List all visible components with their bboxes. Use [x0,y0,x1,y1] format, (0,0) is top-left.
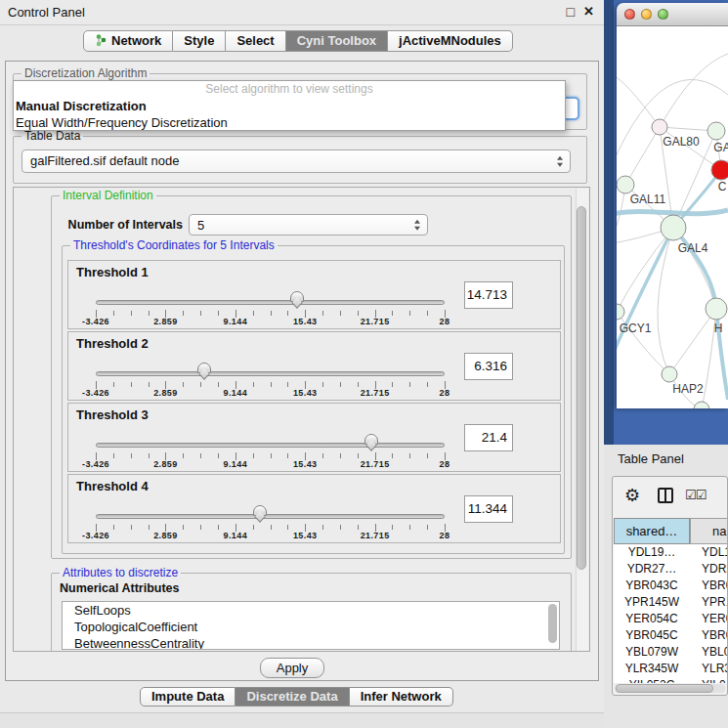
tick-mark [358,525,359,530]
tick-mark [218,311,219,316]
tick-mark [340,453,341,458]
network-node[interactable] [617,304,624,320]
tick-mark [358,311,359,316]
tick-label: 28 [440,459,450,469]
bottom-tab-infer-network[interactable]: Infer Network [350,687,453,707]
select-columns-checkbox-icons[interactable]: ☑☑ [685,488,706,502]
threshold-label: Threshold 4 [76,479,149,493]
algorithm-option-manual-discretization[interactable]: Manual Discretization [14,98,565,114]
network-canvas[interactable]: GAL80GACGAL11GAL4GCY1HHAP2 [617,26,728,408]
attribute-item-betweennesscentrality[interactable]: BetweennessCentrality [63,635,559,650]
threshold-value-field[interactable]: 21.4 [464,424,513,451]
tab-network[interactable]: Network [83,30,173,52]
attribute-item-topologicalcoefficient[interactable]: TopologicalCoefficient [63,619,559,635]
column-header-name[interactable]: na [690,518,728,544]
table-row[interactable]: YIL052CYIL0 [614,677,728,683]
tick-label: 21.715 [361,317,390,326]
float-window-icon[interactable]: □ [567,4,575,20]
network-node[interactable] [711,160,728,180]
tick-mark [271,311,272,316]
tick-mark [131,453,132,458]
threshold-slider-track[interactable] [96,300,445,305]
tick-mark [218,382,219,387]
threshold-label: Threshold 3 [76,407,149,422]
tick-label: -3.426 [82,317,109,326]
tick-mark [218,453,219,458]
table-data-combobox[interactable]: galFiltered.sif default node [21,150,571,173]
minimize-traffic-light-icon[interactable] [641,9,652,20]
node-label: GCY1 [620,321,652,335]
scrollbar-thumb[interactable] [577,206,586,570]
threshold-slider-track[interactable] [96,371,445,376]
close-traffic-light-icon[interactable] [624,9,635,20]
group-title-interval-definition: Interval Definition [60,189,156,202]
threshold-slider-track[interactable] [96,443,445,448]
network-node[interactable] [707,122,725,140]
network-node[interactable] [694,402,709,408]
node-label: GAL80 [663,135,700,149]
threshold-slider-thumb[interactable] [364,434,378,445]
table-row[interactable]: YDR27…YDR2 [614,561,728,578]
table-row[interactable]: YDL19…YDL1 [614,544,728,561]
tick-mark [409,525,410,530]
table-row[interactable]: YBR043CYBR0 [614,578,728,594]
tick-mark [149,311,150,316]
tick-mark [322,382,323,387]
network-node[interactable] [652,119,667,135]
bottom-tab-discretize-data[interactable]: Discretize Data [236,687,349,707]
threshold-slider-thumb[interactable] [197,363,211,373]
tick-mark [287,525,288,530]
network-node[interactable] [706,298,727,320]
threshold-value-field[interactable]: 6.316 [464,353,513,380]
tick-label: -3.426 [82,388,109,398]
tick-mark [427,453,428,458]
tab-label: Cyni Toolbox [297,33,376,48]
table-row[interactable]: YPR145WYPR1 [614,594,728,611]
tab-jactivemnodules[interactable]: jActiveMNodules [388,30,513,52]
tick-mark [131,525,132,530]
network-window-titlebar[interactable] [617,3,728,26]
numerical-attributes-list: SelfLoopsTopologicalCoefficientBetweenne… [62,601,560,650]
tick-label: 9.144 [224,459,248,469]
stepper-icon [414,220,420,231]
gear-icon[interactable]: ⚙ [624,485,640,506]
network-view-window: GAL80GACGAL11GAL4GCY1HHAP2 [617,3,728,408]
group-title-thresholds: Threshold's Coordinates for 5 Intervals [70,238,278,252]
tick-mark [149,382,150,387]
list-scrollbar[interactable] [548,604,557,643]
tab-select[interactable]: Select [226,30,285,52]
node-label: HAP2 [672,382,704,396]
table-row[interactable]: YER054CYER0 [614,611,728,627]
apply-button[interactable]: Apply [260,658,324,678]
network-node[interactable] [617,176,634,193]
node-label: GA [713,141,728,154]
right-pane: GAL80GACGAL11GAL4GCY1HHAP2 Table Panel ⚙… [604,0,728,728]
network-node[interactable] [662,366,677,382]
threshold-value-field[interactable]: 11.344 [464,495,513,523]
tick-mark [392,525,393,530]
number-of-intervals-combobox[interactable]: 5 [189,214,428,236]
horizontal-scrollbar-thumb[interactable] [616,684,713,693]
table-row[interactable]: YBR045CYBR0 [614,627,728,644]
table-header-row: shared… na [613,518,727,544]
scrollbar-track[interactable] [576,189,588,651]
column-header-shared-name[interactable]: shared… [614,518,690,544]
tab-style[interactable]: Style [173,30,226,52]
tab-cyni-toolbox[interactable]: Cyni Toolbox [286,30,388,52]
threshold-slider-thumb[interactable] [290,291,304,302]
threshold-slider-track[interactable] [96,514,445,519]
network-node[interactable] [661,215,686,240]
bottom-tab-impute-data[interactable]: Impute Data [140,687,236,707]
tick-mark [200,525,201,530]
columns-icon[interactable] [658,488,673,503]
table-row[interactable]: YBL079WYBL0 [614,644,728,661]
algorithm-option-equal-width-frequency-discretization[interactable]: Equal Width/Frequency Discretization [14,114,565,131]
zoom-traffic-light-icon[interactable] [658,9,668,20]
horizontal-scrollbar-track[interactable] [615,684,725,693]
threshold-slider-thumb[interactable] [253,505,267,516]
tick-label: 28 [440,317,450,326]
table-row[interactable]: YLR345WYLR3 [614,661,728,677]
attribute-item-selfloops[interactable]: SelfLoops [63,602,559,619]
close-icon[interactable]: ✕ [583,4,594,19]
threshold-value-field[interactable]: 14.713 [464,281,513,309]
